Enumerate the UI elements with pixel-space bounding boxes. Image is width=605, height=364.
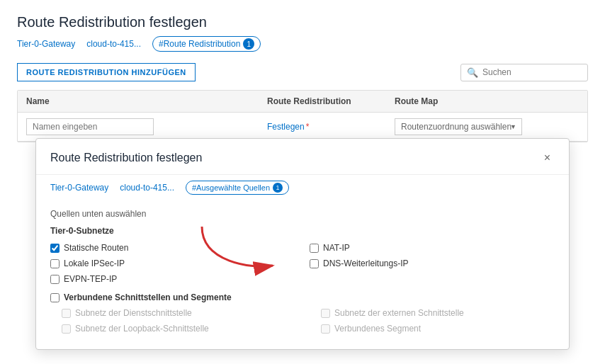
- checkbox-loopback[interactable]: [62, 324, 71, 334]
- checkbox-label-verbundene: Verbundene Schnittstellen und Segmente: [64, 292, 232, 302]
- checkbox-nat[interactable]: [310, 244, 319, 253]
- td-name: [18, 113, 259, 141]
- col-header-map: Route Map: [386, 91, 587, 112]
- checkbox-dns[interactable]: [310, 259, 319, 268]
- checkbox-label-loopback: Subnetz der Loopback-Schnittstelle: [75, 324, 209, 334]
- data-table: Name Route Redistribution Route Map Fest…: [17, 90, 588, 142]
- checkbox-sub-dienst: Subnetz der Dienstschnittstelle: [50, 307, 295, 319]
- checkbox-label-extern: Subnetz der externen Schnittstelle: [334, 308, 464, 318]
- festlegen-link[interactable]: Festlegen: [267, 122, 305, 132]
- checkbox-sub-loopback: Subnetz der Loopback-Schnittstelle: [50, 322, 295, 335]
- add-redistribution-button[interactable]: ROUTE REDISTRIBUTION HINZUFÜGEN: [17, 63, 196, 81]
- tag-badge-redistribution[interactable]: #Route Redistribution 1: [152, 36, 261, 52]
- checkbox-grid-tier0: Statische Routen NAT-IP Lokale IPSec-IP …: [50, 241, 555, 285]
- checkbox-item-verbundene: Verbundene Schnittstellen und Segmente: [50, 291, 555, 304]
- checkbox-sub-segment: Verbundenes Segment: [310, 322, 555, 335]
- checkbox-label-evpn: EVPN-TEP-IP: [64, 274, 117, 284]
- checkbox-verbundene[interactable]: [50, 293, 60, 302]
- sub-checkbox-grid: Subnetz der Dienstschnittstelle Subnetz …: [50, 307, 555, 335]
- checkbox-item-ipsec: Lokale IPSec-IP: [50, 257, 295, 270]
- modal-title: Route Redistribution festlegen: [50, 152, 202, 164]
- name-input[interactable]: [26, 118, 154, 135]
- modal-close-button[interactable]: ×: [540, 150, 555, 166]
- section-tier0-title: Tier-0-Subnetze: [50, 226, 555, 236]
- table-header: Name Route Redistribution Route Map: [18, 91, 587, 113]
- checkbox-label-nat: NAT-IP: [323, 243, 350, 253]
- search-icon: 🔍: [467, 67, 478, 78]
- tag-count: 1: [243, 38, 254, 50]
- section-instruction: Quellen unten auswählen: [50, 209, 555, 219]
- breadcrumb-gateway[interactable]: Tier-0-Gateway: [17, 39, 75, 49]
- modal-breadcrumb-gateway[interactable]: Tier-0-Gateway: [50, 183, 108, 193]
- route-map-select-wrapper: Routenzuordnung auswählen: [395, 118, 522, 135]
- subsection-connected: Verbundene Schnittstellen und Segmente S…: [50, 291, 555, 335]
- toolbar: ROUTE REDISTRIBUTION HINZUFÜGEN 🔍: [17, 63, 588, 81]
- tag-label: #Route Redistribution: [159, 39, 240, 49]
- checkbox-item-evpn: EVPN-TEP-IP: [50, 273, 295, 285]
- checkbox-extern[interactable]: [321, 309, 330, 318]
- checkbox-label-dns: DNS-Weiterleitungs-IP: [323, 258, 408, 268]
- breadcrumb-cloud[interactable]: cloud-to-415...: [86, 39, 141, 49]
- checkbox-label-segment: Verbundenes Segment: [334, 324, 421, 334]
- col-header-redistribution: Route Redistribution: [259, 91, 386, 112]
- modal-breadcrumb: Tier-0-Gateway cloud-to-415... #Ausgewäh…: [36, 175, 569, 200]
- checkbox-label-ipsec: Lokale IPSec-IP: [64, 258, 125, 268]
- search-input[interactable]: [482, 67, 582, 77]
- modal-tag-count: 1: [273, 183, 283, 193]
- modal-route-redistribution: Route Redistribution festlegen × Tier-0-…: [35, 138, 570, 350]
- td-map: Routenzuordnung auswählen: [386, 113, 587, 141]
- checkbox-ipsec[interactable]: [50, 259, 60, 268]
- required-star: *: [306, 122, 310, 132]
- table-row: Festlegen * Routenzuordnung auswählen: [18, 113, 587, 142]
- route-map-select[interactable]: Routenzuordnung auswählen: [395, 118, 522, 135]
- modal-breadcrumb-cloud[interactable]: cloud-to-415...: [120, 183, 174, 193]
- page-title: Route Redistribution festlegen: [17, 14, 588, 30]
- checkbox-segment[interactable]: [321, 324, 330, 334]
- checkbox-dienst[interactable]: [62, 309, 71, 318]
- checkbox-item-nat: NAT-IP: [310, 241, 555, 254]
- checkbox-sub-extern: Subnetz der externen Schnittstelle: [310, 307, 555, 319]
- search-box: 🔍: [460, 64, 588, 81]
- modal-tag-label: #Ausgewählte Quellen: [192, 183, 270, 192]
- checkbox-label-statische: Statische Routen: [64, 243, 128, 253]
- modal-header: Route Redistribution festlegen ×: [36, 139, 569, 175]
- td-redistribution: Festlegen *: [259, 113, 386, 141]
- modal-body: Quellen unten auswählen Tier-0-Subnetze …: [36, 200, 569, 349]
- checkbox-evpn[interactable]: [50, 275, 60, 284]
- modal-tag-badge[interactable]: #Ausgewählte Quellen 1: [186, 181, 289, 195]
- checkbox-item-dns: DNS-Weiterleitungs-IP: [310, 257, 555, 270]
- col-header-name: Name: [18, 91, 259, 112]
- checkbox-label-dienst: Subnetz der Dienstschnittstelle: [75, 308, 192, 318]
- checkbox-item-statische: Statische Routen: [50, 241, 295, 254]
- breadcrumb: Tier-0-Gateway cloud-to-415... #Route Re…: [17, 36, 588, 52]
- checkbox-statische[interactable]: [50, 244, 60, 253]
